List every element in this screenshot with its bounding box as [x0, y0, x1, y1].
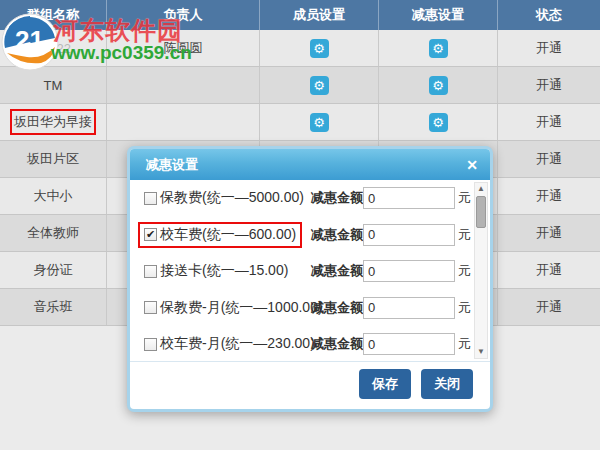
discount-settings-gear-button[interactable]: ⚙: [429, 39, 448, 58]
discount-settings-dialog: 减惠设置 ✕ ✔ 保教费(统一—5000.00) 减惠金额 元 ✔ 校车费(统一…: [127, 146, 493, 412]
fee-row: ✔ 接送卡(统一—15.00) 减惠金额 元: [130, 253, 490, 290]
group-name: 身份证: [34, 261, 73, 279]
discount-settings-gear-button[interactable]: ⚙: [429, 113, 448, 132]
close-icon[interactable]: ✕: [466, 158, 478, 172]
fee-checkbox[interactable]: ✔: [144, 228, 157, 241]
member-settings-gear-button[interactable]: ⚙: [310, 76, 329, 95]
screen: 群组名称 负责人 成员设置 减惠设置 状态 22222 陈圆圆 ⚙ ⚙ 开通 T…: [0, 0, 600, 450]
discount-amount-input[interactable]: [363, 297, 455, 319]
dialog-body: ✔ 保教费(统一—5000.00) 减惠金额 元 ✔ 校车费(统一—600.00…: [130, 180, 490, 361]
discount-amount-label: 减惠金额: [311, 335, 363, 353]
fee-row: ✔ 保教费-月(统一—1000.00) 减惠金额 元: [130, 290, 490, 327]
status-label: 开通: [498, 141, 600, 177]
scroll-down-icon[interactable]: ▼: [475, 346, 487, 358]
column-header-group-name: 群组名称: [0, 0, 107, 30]
status-label: 开通: [498, 104, 600, 140]
group-owner: [107, 67, 260, 103]
discount-amount-label: 减惠金额: [311, 299, 363, 317]
discount-settings-gear-button[interactable]: ⚙: [429, 76, 448, 95]
save-button[interactable]: 保存: [359, 369, 411, 399]
fee-row: ✔ 校车费-月(统一—230.00) 减惠金额 元: [130, 326, 490, 361]
fee-row: ✔ 保教费(统一—5000.00) 减惠金额 元: [130, 180, 490, 217]
fee-label: 保教费-月(统一—1000.00): [160, 299, 323, 317]
group-owner: [107, 104, 260, 140]
fee-label: 保教费(统一—5000.00): [160, 189, 304, 207]
column-header-owner: 负责人: [107, 0, 260, 30]
group-name: 音乐班: [34, 298, 73, 316]
discount-amount-input[interactable]: [363, 224, 455, 246]
status-label: 开通: [498, 30, 600, 66]
column-header-discount-settings: 减惠设置: [379, 0, 498, 30]
scrollbar-thumb[interactable]: [476, 196, 486, 228]
discount-amount-label: 减惠金额: [311, 226, 363, 244]
dialog-titlebar[interactable]: 减惠设置 ✕: [130, 149, 490, 180]
group-name: 大中小: [34, 187, 73, 205]
group-owner: 陈圆圆: [107, 30, 260, 66]
fee-label: 接送卡(统一—15.00): [160, 262, 288, 280]
group-name: 全体教师: [27, 224, 79, 242]
fee-label: 校车费-月(统一—230.00): [160, 335, 315, 353]
status-label: 开通: [498, 252, 600, 288]
unit-label: 元: [458, 299, 471, 317]
status-label: 开通: [498, 289, 600, 325]
unit-label: 元: [458, 262, 471, 280]
status-label: 开通: [498, 215, 600, 251]
fee-row: ✔ 校车费(统一—600.00) 减惠金额 元: [130, 217, 490, 254]
dialog-footer: 保存 关闭: [130, 361, 490, 406]
group-name: 22222: [35, 41, 71, 56]
fee-checkbox[interactable]: ✔: [144, 301, 157, 314]
group-name: 坂田华为早接: [14, 113, 92, 131]
status-label: 开通: [498, 67, 600, 103]
group-name: TM: [44, 78, 63, 93]
fee-label: 校车费(统一—600.00): [160, 226, 296, 244]
unit-label: 元: [458, 335, 471, 353]
close-button[interactable]: 关闭: [421, 369, 473, 399]
discount-amount-label: 减惠金额: [311, 262, 363, 280]
discount-amount-input[interactable]: [363, 187, 455, 209]
member-settings-gear-button[interactable]: ⚙: [310, 39, 329, 58]
table-row: 22222 陈圆圆 ⚙ ⚙ 开通: [0, 30, 600, 67]
discount-amount-input[interactable]: [363, 333, 455, 355]
table-row: TM ⚙ ⚙ 开通: [0, 67, 600, 104]
check-icon: ✔: [146, 229, 155, 240]
fee-checkbox[interactable]: ✔: [144, 192, 157, 205]
discount-amount-input[interactable]: [363, 260, 455, 282]
fee-checkbox[interactable]: ✔: [144, 338, 157, 351]
discount-amount-label: 减惠金额: [311, 189, 363, 207]
unit-label: 元: [458, 226, 471, 244]
fee-checkbox[interactable]: ✔: [144, 265, 157, 278]
group-name: 坂田片区: [27, 150, 79, 168]
status-label: 开通: [498, 178, 600, 214]
dialog-scrollbar[interactable]: ▲ ▼: [474, 182, 488, 359]
member-settings-gear-button[interactable]: ⚙: [310, 113, 329, 132]
dialog-title: 减惠设置: [146, 156, 198, 174]
table-header-row: 群组名称 负责人 成员设置 减惠设置 状态: [0, 0, 600, 30]
column-header-status: 状态: [498, 0, 600, 30]
unit-label: 元: [458, 189, 471, 207]
column-header-member-settings: 成员设置: [260, 0, 379, 30]
table-row: 坂田华为早接 ⚙ ⚙ 开通: [0, 104, 600, 141]
scroll-up-icon[interactable]: ▲: [475, 183, 487, 195]
